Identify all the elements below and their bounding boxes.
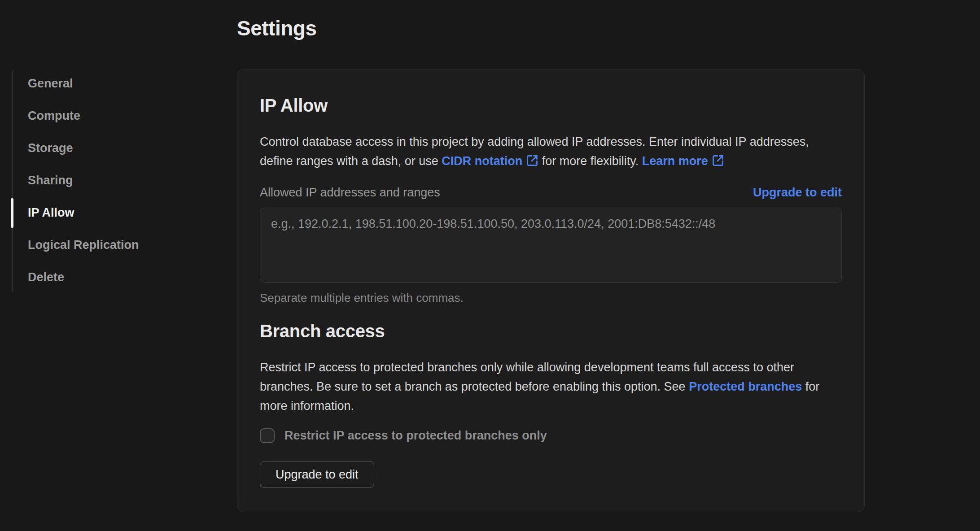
external-link-icon[interactable] — [526, 153, 538, 166]
sidebar-active-indicator — [11, 198, 13, 228]
upgrade-to-edit-link[interactable]: Upgrade to edit — [753, 186, 842, 200]
learn-more-link[interactable]: Learn more — [642, 154, 708, 168]
allowed-ip-field-row: Allowed IP addresses and ranges Upgrade … — [260, 184, 842, 200]
ip-allow-description: Control database access in this project … — [260, 132, 842, 171]
sidebar-item-general[interactable]: General — [28, 75, 139, 91]
ip-allow-description-text: for more flexibility. — [538, 154, 642, 168]
sidebar-item-logical-replication[interactable]: Logical Replication — [28, 237, 139, 253]
branch-access-description: Restrict IP access to protected branches… — [260, 358, 842, 416]
restrict-ip-checkbox[interactable] — [260, 428, 275, 443]
ip-allow-settings-card: IP Allow Control database access in this… — [237, 69, 865, 512]
settings-sidebar: General Compute Storage Sharing IP Allow… — [0, 69, 211, 302]
sidebar-item-delete[interactable]: Delete — [28, 269, 139, 285]
cidr-notation-link[interactable]: CIDR notation — [442, 154, 522, 168]
external-link-icon[interactable] — [712, 153, 724, 166]
restrict-ip-checkbox-label: Restrict IP access to protected branches… — [284, 429, 547, 443]
protected-branches-link[interactable]: Protected branches — [689, 380, 802, 393]
sidebar-item-storage[interactable]: Storage — [28, 140, 139, 156]
branch-access-heading: Branch access — [260, 320, 842, 342]
sidebar-item-ip-allow[interactable]: IP Allow — [28, 205, 139, 221]
restrict-ip-checkbox-row: Restrict IP access to protected branches… — [260, 428, 842, 443]
upgrade-to-edit-button[interactable]: Upgrade to edit — [260, 461, 374, 488]
allowed-ip-textarea[interactable] — [260, 208, 842, 283]
page-title: Settings — [237, 16, 316, 40]
sidebar-item-compute[interactable]: Compute — [28, 108, 139, 124]
ip-allow-heading: IP Allow — [260, 95, 842, 116]
sidebar-divider — [12, 70, 13, 292]
allowed-ip-helper-text: Separate multiple entries with commas. — [260, 291, 842, 305]
allowed-ip-field-label: Allowed IP addresses and ranges — [260, 186, 440, 200]
sidebar-item-sharing[interactable]: Sharing — [28, 172, 139, 188]
